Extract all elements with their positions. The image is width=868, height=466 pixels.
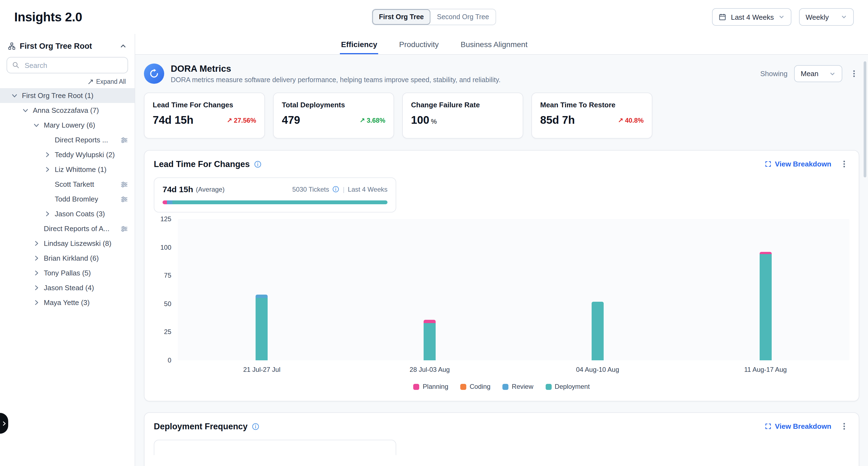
tree-item-label: Direct Reports of A... — [44, 225, 110, 233]
legend-label: Deployment — [555, 383, 590, 390]
tree-item-scott-tarkett[interactable]: Scott Tarkett — [0, 177, 135, 192]
sidebar-collapse-chevron-up-icon[interactable] — [119, 42, 127, 50]
chevron-right-icon[interactable] — [44, 210, 55, 217]
aggregation-select[interactable]: Mean — [794, 65, 842, 82]
legend-item-deployment[interactable]: Deployment — [546, 383, 590, 390]
tab-efficiency[interactable]: Efficiency — [340, 34, 378, 54]
metric-card-title: Lead Time For Changes — [153, 101, 256, 109]
y-tick-label: 25 — [164, 328, 171, 336]
search-box[interactable] — [6, 57, 128, 74]
tree-item-teddy-wylupski[interactable]: Teddy Wylupski (2) — [0, 147, 135, 162]
chart-column-04-aug-10-aug — [514, 219, 682, 360]
chevron-right-icon[interactable] — [33, 240, 44, 247]
y-tick-label: 50 — [164, 300, 171, 308]
tree-item-direct-reports-of-a[interactable]: Direct Reports of A... — [0, 221, 135, 236]
filter-sliders-icon[interactable] — [120, 195, 128, 203]
stacked-bar[interactable] — [760, 219, 771, 360]
legend-label: Review — [512, 383, 533, 390]
tab-productivity[interactable]: Productivity — [398, 34, 440, 54]
calendar-icon — [719, 13, 726, 21]
tree-item-jason-stead[interactable]: Jason Stead (4) — [0, 280, 135, 295]
dora-title: DORA Metrics — [171, 63, 500, 74]
metric-card-change-failure-rate[interactable]: Change Failure Rate100% — [402, 92, 523, 139]
deployment-frequency-header: Deployment Frequency View Breakdown — [154, 421, 849, 432]
aggregation-value: Mean — [801, 69, 818, 78]
chevron-down-icon[interactable] — [22, 107, 33, 114]
legend-item-coding[interactable]: Coding — [460, 383, 490, 390]
metric-card-delta: ↗3.68% — [360, 116, 385, 124]
tree-item-first-org-tree-root[interactable]: First Org Tree Root (1) — [0, 88, 135, 103]
bar-segment-deployment[interactable] — [592, 301, 604, 360]
tree-item-jason-coats[interactable]: Jason Coats (3) — [0, 206, 135, 221]
bar-segment-review[interactable] — [256, 295, 268, 298]
legend-item-review[interactable]: Review — [502, 383, 533, 390]
bar-segment-deployment[interactable] — [760, 254, 771, 360]
view-breakdown-link[interactable]: View Breakdown — [765, 160, 831, 168]
tree-item-liz-whittome[interactable]: Liz Whittome (1) — [0, 162, 135, 177]
filter-sliders-icon[interactable] — [120, 136, 128, 144]
chevron-right-icon[interactable] — [33, 255, 44, 262]
filter-sliders-icon[interactable] — [120, 180, 128, 188]
tree-item-todd-bromley[interactable]: Todd Bromley — [0, 192, 135, 206]
search-input[interactable] — [24, 60, 123, 70]
org-toggle-second-org-tree[interactable]: Second Org Tree — [430, 9, 496, 25]
chevron-right-icon[interactable] — [33, 299, 44, 306]
metric-card-mean-time-to-restore[interactable]: Mean Time To Restore85d 7h↗40.8% — [531, 92, 652, 139]
phase-segment-review — [167, 200, 173, 204]
bar-segment-deployment[interactable] — [256, 298, 268, 360]
legend-item-planning[interactable]: Planning — [413, 383, 448, 390]
bar-segment-deployment[interactable] — [424, 323, 436, 360]
tree-item-mary-lowery[interactable]: Mary Lowery (6) — [0, 118, 135, 133]
chevron-down-icon[interactable] — [33, 122, 44, 129]
metric-card-total-deployments[interactable]: Total Deployments479↗3.68% — [273, 92, 394, 139]
chart-x-axis: 21 Jul-27 Jul28 Jul-03 Aug04 Aug-10 Aug1… — [178, 366, 849, 374]
phase-segment-planning — [162, 200, 167, 204]
tree-item-label: Liz Whittome (1) — [55, 165, 106, 174]
date-range-value: Last 4 Weeks — [731, 13, 774, 21]
phase-segment-deployment — [173, 200, 388, 204]
kebab-menu-icon[interactable] — [839, 421, 849, 432]
tree-item-direct-reports[interactable]: Direct Reports ... — [0, 133, 135, 147]
chevron-right-icon[interactable] — [44, 166, 55, 173]
org-sidebar: First Org Tree Root Expand All First Org… — [0, 34, 135, 466]
org-toggle-first-org-tree[interactable]: First Org Tree — [372, 9, 430, 25]
info-icon[interactable] — [252, 423, 260, 430]
tree-item-lindsay-liszewski[interactable]: Lindsay Liszewski (8) — [0, 236, 135, 251]
kebab-menu-icon[interactable] — [839, 159, 849, 169]
tab-business-alignment[interactable]: Business Alignment — [460, 34, 528, 54]
chevron-right-icon[interactable] — [44, 151, 55, 158]
stacked-bar[interactable] — [592, 219, 604, 360]
filter-sliders-icon[interactable] — [120, 225, 128, 232]
org-tree: First Org Tree Root (1)Anna Scozzafava (… — [0, 88, 135, 310]
chevron-right-icon[interactable] — [33, 269, 44, 276]
tree-item-maya-yette[interactable]: Maya Yette (3) — [0, 295, 135, 310]
tree-item-anna-scozzafava[interactable]: Anna Scozzafava (7) — [0, 103, 135, 118]
scrollbar-thumb[interactable] — [864, 61, 866, 177]
info-icon[interactable] — [333, 186, 340, 193]
granularity-select[interactable]: Weekly — [799, 8, 854, 26]
info-icon[interactable] — [254, 160, 262, 168]
x-tick-label: 11 Aug-17 Aug — [682, 366, 850, 374]
date-range-select[interactable]: Last 4 Weeks — [712, 8, 792, 26]
showing-label: Showing — [760, 69, 787, 78]
sidebar-header: First Org Tree Root — [0, 37, 135, 56]
bar-segment-planning[interactable] — [424, 320, 436, 323]
expand-all-button[interactable]: Expand All — [9, 78, 126, 85]
lead-time-summary-card: 74d 15h (Average) 5030 Tickets | Last 4 … — [154, 177, 396, 212]
legend-label: Coding — [470, 383, 490, 390]
view-breakdown-link[interactable]: View Breakdown — [765, 422, 831, 430]
tree-item-label: Teddy Wylupski (2) — [55, 151, 115, 159]
metric-card-lead-time-for-changes[interactable]: Lead Time For Changes74d 15h↗27.56% — [144, 92, 265, 139]
x-tick-label: 21 Jul-27 Jul — [178, 366, 346, 374]
stacked-bar[interactable] — [424, 219, 436, 360]
tree-item-brian-kirkland[interactable]: Brian Kirkland (6) — [0, 251, 135, 266]
tree-item-label: Tony Pallas (5) — [44, 269, 91, 277]
kebab-menu-icon[interactable] — [849, 68, 859, 79]
stacked-bar[interactable] — [256, 219, 268, 360]
bar-segment-planning[interactable] — [760, 252, 771, 254]
summary-range: Last 4 Weeks — [348, 185, 388, 193]
tree-item-tony-pallas[interactable]: Tony Pallas (5) — [0, 266, 135, 280]
tree-item-label: Scott Tarkett — [55, 180, 94, 188]
chevron-right-icon[interactable] — [33, 284, 44, 291]
chevron-down-icon[interactable] — [11, 92, 22, 99]
